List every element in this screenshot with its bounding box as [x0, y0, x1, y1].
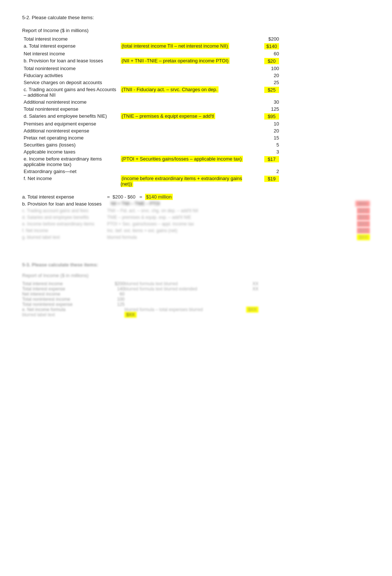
table-row: f. Net income(income before extraordinar…	[22, 175, 281, 187]
row-formula: (TNII - Fiduciary act. – srvc. Charges o…	[119, 86, 257, 99]
answer-row-a: a. Total interest expense = $200 - $60 =…	[22, 194, 370, 200]
answer-row-e-blurred: e. Income before extraordinary items PTO…	[22, 221, 370, 227]
table-row: Total noninterest income100	[22, 65, 281, 72]
row-value: 125	[256, 106, 281, 113]
row-formula	[119, 35, 257, 42]
row-label: f. Net income	[22, 175, 119, 187]
answer-label-a: a. Total interest expense	[22, 194, 107, 200]
formula-highlight: (TNIE – premises & equipt expense – add'…	[121, 113, 215, 119]
answer-label-b: b. Provision for loan and lease losses	[22, 201, 107, 207]
formula-highlight: (PTOI + Securities gains/losses – applic…	[121, 156, 243, 162]
value-highlight: $95	[264, 113, 279, 120]
answer-value-b-blurred: $XX	[340, 201, 370, 206]
value-highlight: $19	[264, 176, 279, 182]
section2: 5-3. Please calculate these items: Repor…	[22, 262, 370, 317]
answer-row-d-blurred: d. Salaries and employee benefits TNIE –…	[22, 215, 370, 220]
section2-title: 5-3. Please calculate these items:	[22, 262, 370, 268]
question-header: 5-2. Please calculate these items:	[22, 15, 370, 20]
row-value: 2	[256, 168, 281, 175]
table-row: Premises and equipment expense10	[22, 120, 281, 127]
row-label: Total interest income	[22, 35, 119, 42]
answer-row-c-blurred: c. Trading account gains and fees TNII –…	[22, 208, 370, 213]
formula-highlight: (total interest income TII – net interes…	[121, 43, 229, 49]
row-value: $200	[256, 35, 281, 42]
row-formula	[119, 65, 257, 72]
row-formula: (NII + TNII -TNIE – pretax operating inc…	[119, 57, 257, 65]
row-formula: (TNIE – premises & equipt expense – add'…	[119, 113, 257, 120]
table-row: Net interest income 60	[22, 292, 258, 297]
row-label: b. Provision for loan and lease losses	[22, 57, 119, 65]
row-value: $95	[256, 113, 281, 120]
row-value: 5	[256, 141, 281, 148]
table-row: e. Net income formula blurred formula – …	[22, 307, 258, 312]
table-row: a. Total interest expense(total interest…	[22, 42, 281, 50]
table-row: Additional noninterest expense20	[22, 127, 281, 134]
table-row: Total interest expense 140 blurred formu…	[22, 286, 258, 292]
income-table: Total interest income$200a. Total intere…	[22, 35, 281, 187]
row-label: Net interest income	[22, 50, 119, 57]
value-highlight: $20	[264, 58, 279, 64]
row-label: Applicable income taxes	[22, 148, 119, 155]
table-row: c. Trading account gains and fees Accoun…	[22, 86, 281, 99]
table-row: Service charges on deposit accounts25	[22, 79, 281, 86]
table-row: d. Salaries and employee benefits NIE)(T…	[22, 113, 281, 120]
row-value: 25	[256, 79, 281, 86]
answer-row-f-blurred: f. Net income Inc. bef. ext. items + ext…	[22, 228, 370, 233]
table-row: Fiduciary activities20	[22, 72, 281, 79]
row-formula	[119, 141, 257, 148]
table-row: Extraordinary gains—net2	[22, 168, 281, 175]
answer-formula-a: = $200 - $60 = $140 million	[107, 194, 370, 200]
table-row: Total noninterest expense125	[22, 106, 281, 113]
row-formula: (total interest income TII – net interes…	[119, 42, 257, 50]
row-value: 3	[256, 148, 281, 155]
answer-row-b: b. Provision for loan and lease losses N…	[22, 201, 370, 207]
row-label: e. Income before extraordinary items app…	[22, 155, 119, 168]
table-row: blurred label text $XX	[22, 312, 258, 317]
formula-highlight: (TNII - Fiduciary act. – srvc. Charges o…	[121, 86, 219, 93]
row-formula	[119, 50, 257, 57]
section2-table: Total interest income $200 blurred formu…	[22, 281, 258, 317]
row-formula	[119, 72, 257, 79]
row-value: 60	[256, 50, 281, 57]
row-formula	[119, 79, 257, 86]
value-highlight: $25	[264, 87, 279, 93]
row-formula	[119, 168, 257, 175]
answer-formula-b-blurred: NII + TNII – TNIE – PTOI	[107, 201, 340, 206]
row-value: 20	[256, 127, 281, 134]
table-row: Pretax net operating income15	[22, 134, 281, 141]
row-value: $20	[256, 57, 281, 65]
section2-report-label: Report of Income ($ in millions)	[22, 273, 370, 278]
formula-highlight: (income before extraordinary items + ext…	[121, 175, 242, 187]
row-formula	[119, 106, 257, 113]
row-value: 30	[256, 99, 281, 106]
row-label: Service charges on deposit accounts	[22, 79, 119, 86]
row-label: Total noninterest income	[22, 65, 119, 72]
row-value: $25	[256, 86, 281, 99]
row-formula	[119, 99, 257, 106]
row-formula	[119, 120, 257, 127]
row-label: a. Total interest expense	[22, 42, 119, 50]
row-value: $140	[256, 42, 281, 50]
table-row: Net interest income60	[22, 50, 281, 57]
answer-section: a. Total interest expense = $200 - $60 =…	[22, 194, 370, 240]
value-highlight: $140	[264, 43, 279, 49]
row-value: $19	[256, 175, 281, 187]
row-value: 100	[256, 65, 281, 72]
row-value: $17	[256, 155, 281, 168]
value-highlight: $17	[264, 156, 279, 162]
row-value: 20	[256, 72, 281, 79]
row-label: Securities gains (losses)	[22, 141, 119, 148]
row-label: Total noninterest expense	[22, 106, 119, 113]
table-row: Applicable income taxes3	[22, 148, 281, 155]
table-row: Total noninterest expense 125	[22, 302, 258, 307]
answer-row-g-blurred: g. blurred label text blurred formula $X…	[22, 235, 370, 240]
row-label: c. Trading account gains and fees Accoun…	[22, 86, 119, 99]
table-row: e. Income before extraordinary items app…	[22, 155, 281, 168]
row-formula	[119, 134, 257, 141]
row-formula: (PTOI + Securities gains/losses – applic…	[119, 155, 257, 168]
table-row: Total interest income $200 blurred formu…	[22, 281, 258, 286]
row-label: Pretax net operating income	[22, 134, 119, 141]
table-row: Additional noninterest income30	[22, 99, 281, 106]
report-title: Report of Income ($ in millions)	[22, 28, 370, 33]
row-label: Additional noninterest income	[22, 99, 119, 106]
